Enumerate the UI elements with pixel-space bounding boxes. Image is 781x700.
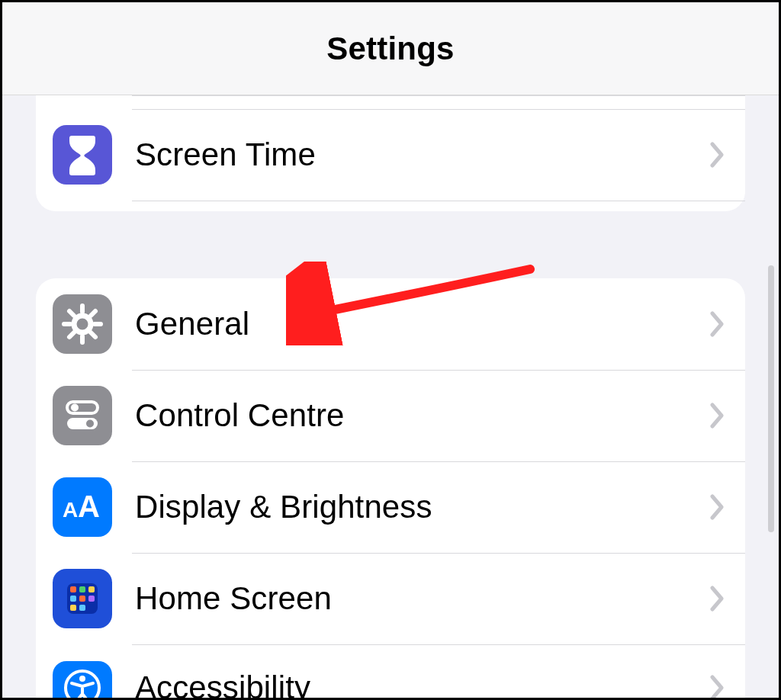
- row-control-centre[interactable]: Control Centre: [36, 370, 745, 461]
- row-label: Accessibility: [135, 669, 710, 700]
- row-home-screen[interactable]: Home Screen: [36, 553, 745, 644]
- chevron-right-icon: [710, 586, 725, 612]
- svg-rect-17: [79, 586, 85, 592]
- hourglass-icon: [53, 125, 112, 185]
- row-label: Screen Time: [135, 136, 710, 173]
- svg-text:A: A: [78, 490, 100, 523]
- row-label: Home Screen: [135, 580, 710, 617]
- list-divider: [36, 95, 745, 109]
- chevron-right-icon: [710, 403, 725, 429]
- chevron-right-icon: [710, 311, 725, 337]
- svg-rect-16: [70, 586, 76, 592]
- svg-point-0: [74, 316, 91, 332]
- group-bottom-pad: [36, 201, 745, 211]
- chevron-right-icon: [710, 142, 725, 168]
- svg-rect-20: [79, 596, 85, 602]
- scrollbar[interactable]: [768, 265, 774, 532]
- svg-rect-23: [79, 605, 85, 611]
- row-label: General: [135, 306, 710, 342]
- svg-line-8: [69, 332, 74, 337]
- svg-rect-21: [88, 596, 95, 602]
- row-screen-time[interactable]: Screen Time: [36, 109, 745, 201]
- svg-point-25: [79, 676, 85, 682]
- row-label: Control Centre: [135, 397, 710, 434]
- row-display-brightness[interactable]: A A Display & Brightness: [36, 461, 745, 553]
- svg-line-6: [91, 332, 95, 337]
- svg-text:A: A: [63, 498, 78, 522]
- navbar: Settings: [2, 2, 779, 95]
- row-general[interactable]: General: [36, 278, 745, 370]
- textsize-icon: A A: [53, 477, 112, 537]
- svg-point-10: [71, 404, 79, 412]
- settings-group-1: Screen Time: [36, 95, 745, 211]
- chevron-right-icon: [710, 675, 725, 700]
- svg-line-7: [91, 311, 95, 316]
- gear-icon: [53, 294, 112, 354]
- chevron-right-icon: [710, 494, 725, 520]
- appgrid-icon: [53, 569, 112, 628]
- settings-screen: Settings Screen Time: [0, 0, 781, 700]
- page-title: Settings: [326, 31, 454, 67]
- accessibility-icon: [53, 661, 112, 700]
- svg-rect-18: [88, 586, 95, 592]
- settings-list[interactable]: Screen Time: [2, 95, 779, 698]
- svg-rect-22: [70, 605, 76, 611]
- row-accessibility[interactable]: Accessibility: [36, 644, 745, 700]
- svg-line-5: [69, 311, 74, 316]
- row-label: Display & Brightness: [135, 489, 710, 525]
- settings-group-2: General Control Centre: [36, 278, 745, 700]
- svg-rect-19: [70, 596, 76, 602]
- switches-icon: [53, 386, 112, 445]
- svg-point-12: [86, 420, 94, 428]
